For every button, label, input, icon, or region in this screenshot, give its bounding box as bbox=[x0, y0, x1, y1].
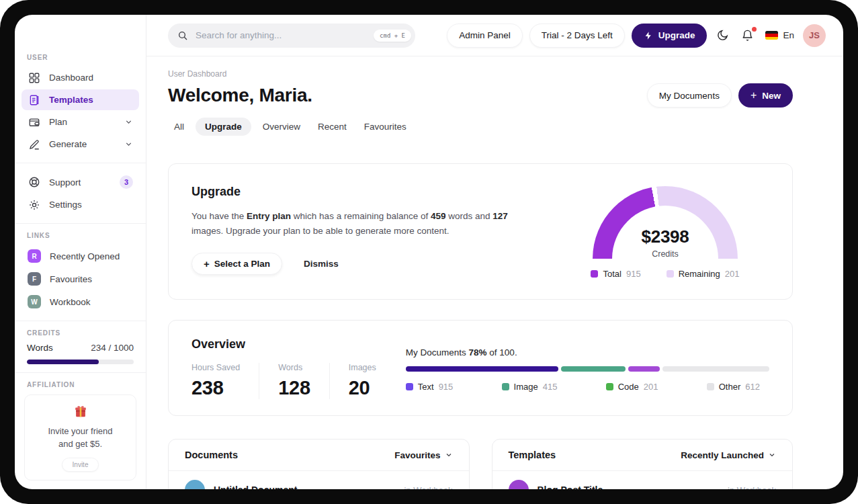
legend-swatch bbox=[502, 383, 509, 390]
select-a-plan-button[interactable]: + Select a Plan bbox=[191, 253, 282, 275]
lightning-bolt-icon bbox=[644, 31, 653, 40]
legend-swatch bbox=[406, 383, 413, 390]
favourites-badge: F bbox=[28, 272, 41, 286]
lifebuoy-icon bbox=[28, 176, 40, 189]
documents-card: Documents Favourites Untitled Document i… bbox=[168, 439, 470, 489]
template-list-item[interactable]: Blog Post Title in Workbook bbox=[492, 471, 793, 489]
my-documents-button[interactable]: My Documents bbox=[647, 83, 732, 108]
tab-overview[interactable]: Overview bbox=[257, 118, 306, 136]
search-input[interactable] bbox=[194, 30, 368, 41]
sidebar-section-affiliation-label: AFFILIATION bbox=[27, 381, 134, 388]
tab-recent[interactable]: Recent bbox=[312, 118, 353, 136]
gauge-legend: Total 915 Remaining 201 bbox=[591, 269, 739, 279]
search-bar: cmd + E bbox=[168, 24, 415, 48]
sidebar-divider bbox=[15, 372, 146, 373]
admin-panel-button[interactable]: Admin Panel bbox=[447, 24, 523, 48]
trial-badge-button[interactable]: Trial - 2 Days Left bbox=[529, 24, 625, 48]
tab-favourites[interactable]: Favourites bbox=[358, 118, 413, 136]
chevron-down-icon bbox=[124, 140, 133, 149]
sidebar-item-label: Support bbox=[49, 177, 81, 187]
sidebar-item-support[interactable]: Support 3 bbox=[22, 171, 139, 193]
legend-item-image: Image 415 bbox=[502, 382, 558, 392]
pencil-icon bbox=[28, 138, 40, 151]
document-list-item[interactable]: Untitled Document in Workbook bbox=[169, 471, 469, 489]
legend-item-remaining: Remaining 201 bbox=[667, 269, 740, 279]
progress-legend: Text 915 Image 415 Code 201 bbox=[406, 382, 769, 392]
main-area: cmd + E Admin Panel Trial - 2 Days Left … bbox=[146, 15, 843, 489]
legend-swatch bbox=[667, 270, 674, 278]
chevron-down-icon bbox=[768, 451, 776, 459]
sidebar-link-recently-opened[interactable]: R Recently Opened bbox=[22, 245, 139, 267]
templates-filter-dropdown[interactable]: Recently Launched bbox=[681, 450, 776, 460]
sidebar-section-user-label: USER bbox=[27, 54, 134, 61]
tab-all[interactable]: All bbox=[168, 118, 190, 136]
sidebar-item-dashboard[interactable]: Dashboard bbox=[22, 67, 139, 88]
sidebar-item-templates[interactable]: Templates bbox=[22, 89, 139, 110]
sidebar-section-links-label: LINKS bbox=[27, 232, 134, 239]
dark-mode-toggle[interactable] bbox=[714, 26, 732, 44]
document-avatar bbox=[185, 480, 205, 489]
sidebar-item-label: Favourites bbox=[50, 274, 92, 284]
app-window: USER Dashboard Templates Plan bbox=[15, 15, 843, 489]
sidebar-item-plan[interactable]: Plan bbox=[22, 112, 139, 132]
tab-upgrade[interactable]: Upgrade bbox=[196, 118, 251, 136]
sidebar-item-label: Templates bbox=[49, 95, 93, 105]
stacked-progress-bar bbox=[406, 366, 769, 372]
legend-swatch bbox=[591, 270, 598, 278]
new-button[interactable]: + New bbox=[738, 83, 793, 108]
plus-icon: + bbox=[204, 258, 210, 269]
page-title: Welcome, Maria. bbox=[168, 85, 312, 106]
documents-progress-chart: My Documents 78% of 100. Text 915 bbox=[406, 337, 769, 399]
stat-images: Images 20 bbox=[349, 363, 376, 399]
sidebar-item-label: Generate bbox=[49, 139, 87, 149]
templates-card: Templates Recently Launched Blog Post Ti… bbox=[492, 439, 793, 489]
overview-stats: Hours Saved 238 Words 128 Images 20 bbox=[191, 363, 376, 399]
chevron-down-icon bbox=[124, 118, 133, 126]
gear-icon bbox=[28, 198, 40, 211]
legend-swatch bbox=[707, 383, 714, 390]
breadcrumb: User Dashboard bbox=[168, 69, 793, 79]
sidebar-item-label: Recently Opened bbox=[50, 251, 120, 261]
bar-segment-code bbox=[628, 366, 660, 372]
support-count-badge: 3 bbox=[120, 175, 133, 189]
sidebar-link-workbook[interactable]: W Workbook bbox=[22, 291, 139, 312]
affiliation-card: Invite your friend and get $5. Invite bbox=[24, 394, 136, 480]
sidebar-item-settings[interactable]: Settings bbox=[22, 194, 139, 215]
invite-button[interactable]: Invite bbox=[62, 458, 99, 472]
upgrade-button[interactable]: Upgrade bbox=[632, 24, 707, 48]
gauge-center: $2398 Credits bbox=[593, 226, 738, 259]
notification-dot bbox=[752, 27, 757, 32]
credits-progress-fill bbox=[27, 360, 99, 364]
upgrade-card-title: Upgrade bbox=[191, 185, 527, 199]
bar-segment-text bbox=[406, 366, 559, 372]
topbar-right-group: Admin Panel Trial - 2 Days Left Upgrade … bbox=[447, 24, 826, 48]
dismiss-button[interactable]: Dismiss bbox=[300, 258, 343, 269]
progress-label: My Documents 78% of 100. bbox=[406, 347, 769, 358]
device-frame: USER Dashboard Templates Plan bbox=[0, 0, 858, 504]
stat-hours-saved: Hours Saved 238 bbox=[191, 363, 259, 399]
credits-progress-track bbox=[27, 360, 134, 364]
gift-icon bbox=[73, 409, 88, 421]
sidebar: USER Dashboard Templates Plan bbox=[15, 15, 146, 489]
search-icon bbox=[177, 30, 188, 41]
notifications-button[interactable] bbox=[738, 26, 757, 44]
sidebar-item-label: Dashboard bbox=[49, 73, 93, 83]
user-avatar[interactable]: JS bbox=[803, 24, 826, 47]
language-selector[interactable]: En bbox=[765, 30, 794, 40]
search-shortcut-kbd: cmd + E bbox=[374, 30, 411, 42]
sidebar-link-favourites[interactable]: F Favourites bbox=[22, 268, 139, 290]
upgrade-card-body: You have the Entry plan which has a rema… bbox=[191, 209, 527, 239]
topbar: cmd + E Admin Panel Trial - 2 Days Left … bbox=[146, 15, 843, 56]
sidebar-item-label: Settings bbox=[49, 200, 82, 210]
plus-icon: + bbox=[750, 89, 757, 101]
documents-filter-dropdown[interactable]: Favourites bbox=[394, 450, 452, 460]
legend-item-code: Code 201 bbox=[606, 382, 658, 392]
gauge-value: $2398 bbox=[593, 226, 738, 247]
sidebar-item-generate[interactable]: Generate bbox=[22, 134, 139, 155]
chevron-down-icon bbox=[445, 451, 453, 459]
legend-item-total: Total 915 bbox=[591, 269, 640, 279]
legend-item-other: Other 612 bbox=[707, 382, 760, 392]
gauge-caption: Credits bbox=[593, 249, 738, 259]
credits-value: 234 / 1000 bbox=[91, 343, 134, 353]
overview-card-left: Overview Hours Saved 238 Words 128 Image… bbox=[191, 337, 376, 399]
